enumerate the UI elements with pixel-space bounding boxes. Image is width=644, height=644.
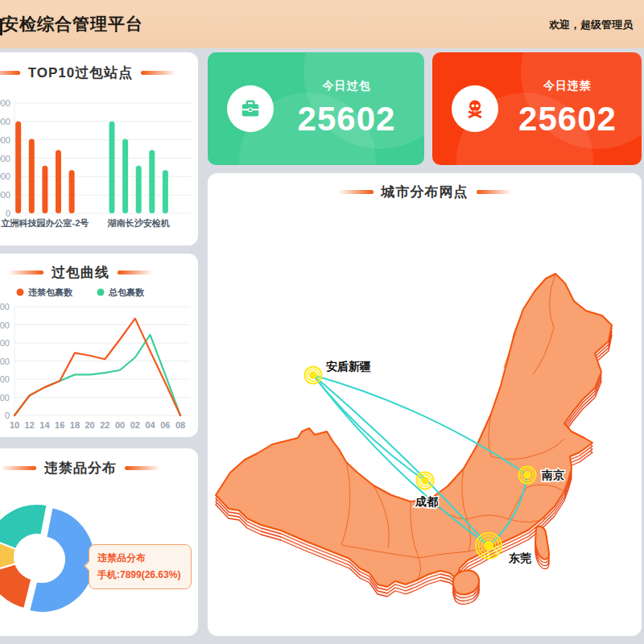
- top10-bar-chart[interactable]: 0100020003000400050006000立洲科技园办公室-2号湖南长沙…: [0, 52, 198, 246]
- welcome-text: 欢迎，超级管理员: [549, 18, 633, 32]
- svg-text:20: 20: [85, 420, 95, 430]
- svg-text:08: 08: [175, 420, 185, 430]
- briefcase-icon: [227, 85, 274, 132]
- svg-text:0: 0: [6, 208, 10, 218]
- donut-slice-3[interactable]: [0, 504, 47, 549]
- svg-text:06: 06: [160, 420, 170, 430]
- app-title: 安检综合管理平台: [2, 13, 143, 35]
- svg-text:违禁包裹数: 违禁包裹数: [28, 287, 73, 297]
- svg-text:湖南长沙安检机: 湖南长沙安检机: [107, 218, 170, 228]
- stat-card-pass-today: 今日过包 25602: [208, 52, 424, 165]
- city-marker-0[interactable]: [305, 367, 322, 384]
- svg-text:4000: 4000: [0, 338, 10, 348]
- city-marker-1[interactable]: [417, 473, 434, 489]
- stat-value: 25602: [274, 100, 419, 138]
- svg-text:6000: 6000: [0, 98, 10, 108]
- svg-text:18: 18: [70, 420, 80, 430]
- bar-1-1[interactable]: [122, 139, 128, 213]
- svg-text:东莞: 东莞: [508, 551, 531, 564]
- bar-0-4[interactable]: [69, 170, 75, 213]
- panel-top10-stations: TOP10过包站点 0100020003000400050006000立洲科技园…: [0, 52, 198, 246]
- svg-text:6000: 6000: [0, 302, 10, 312]
- svg-text:5000: 5000: [0, 117, 10, 126]
- pass-curve-line-chart[interactable]: 违禁包裹数总包裹数0100020003000400050006000101214…: [0, 254, 198, 437]
- china-map[interactable]: 安盾新疆成都南京东莞: [208, 173, 642, 636]
- stat-label: 今日违禁: [498, 79, 637, 93]
- svg-text:2000: 2000: [0, 374, 10, 384]
- bar-0-3[interactable]: [56, 150, 61, 213]
- panel-pass-curve: 过包曲线 违禁包裹数总包裹数01000200030004000500060001…: [0, 254, 198, 437]
- svg-text:安盾新疆: 安盾新疆: [326, 360, 371, 373]
- svg-text:22: 22: [100, 420, 109, 430]
- bar-1-0[interactable]: [109, 122, 115, 213]
- svg-text:14: 14: [39, 420, 50, 430]
- panel-city-network-map: 城市分布网点 安盾新疆成都南京东莞: [208, 173, 642, 636]
- svg-text:5000: 5000: [0, 320, 10, 330]
- svg-text:16: 16: [55, 420, 64, 430]
- svg-text:00: 00: [115, 420, 125, 430]
- bar-0-2[interactable]: [42, 166, 47, 213]
- svg-text:立洲科技园办公室-2号: 立洲科技园办公室-2号: [1, 218, 89, 228]
- svg-text:10: 10: [10, 420, 19, 430]
- stat-value: 25602: [498, 100, 637, 138]
- bar-0-0[interactable]: [15, 122, 21, 213]
- bar-1-2[interactable]: [136, 166, 142, 213]
- svg-text:3000: 3000: [0, 357, 10, 366]
- svg-text:0: 0: [5, 411, 10, 420]
- svg-text:成都: 成都: [415, 495, 439, 508]
- donut-slice-1[interactable]: [0, 564, 31, 609]
- stat-label: 今日过包: [274, 79, 419, 93]
- svg-text:2000: 2000: [0, 171, 10, 181]
- bar-1-3[interactable]: [149, 150, 155, 213]
- svg-text:3000: 3000: [0, 154, 10, 163]
- svg-text:1000: 1000: [0, 393, 10, 402]
- city-marker-2[interactable]: [519, 467, 536, 484]
- svg-text:02: 02: [130, 420, 140, 430]
- contraband-donut-chart[interactable]: [0, 448, 198, 636]
- svg-text:12: 12: [25, 420, 35, 430]
- donut-tooltip: 违禁品分布 手机:7899(26.63%): [89, 544, 192, 589]
- stat-card-forbidden-today: 今日违禁 25602: [432, 52, 642, 165]
- bar-1-4[interactable]: [163, 170, 168, 213]
- clipped-title-glyph: [0, 19, 2, 35]
- svg-text:南京: 南京: [541, 469, 564, 481]
- app-header: 安检综合管理平台 欢迎，超级管理员: [0, 0, 644, 48]
- bar-0-1[interactable]: [29, 139, 35, 213]
- svg-text:4000: 4000: [0, 135, 10, 145]
- svg-text:总包裹数: 总包裹数: [108, 287, 145, 297]
- skull-icon: [452, 85, 498, 132]
- panel-contraband-distribution: 违禁品分布 违禁品分布 手机:7899(26.63%): [0, 448, 198, 636]
- svg-text:1000: 1000: [0, 190, 10, 200]
- svg-text:04: 04: [145, 420, 155, 430]
